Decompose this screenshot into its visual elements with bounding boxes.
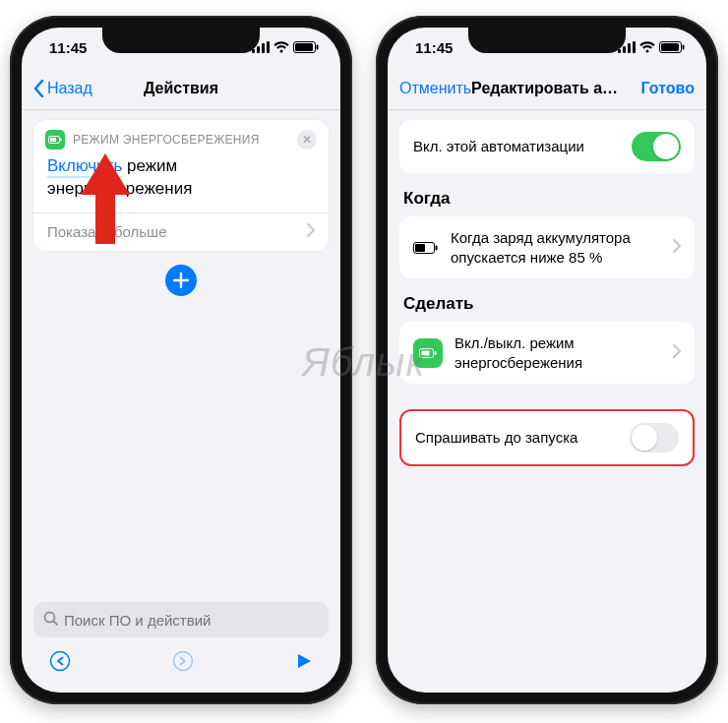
when-text: Когда заряд аккумулятора опускается ниже… xyxy=(451,228,657,267)
low-power-mode-icon xyxy=(413,338,443,368)
status-time: 11:45 xyxy=(49,39,87,56)
svg-point-11 xyxy=(51,652,70,671)
phone-left: 11:45 Назад xyxy=(10,16,352,704)
enable-automation-toggle[interactable] xyxy=(632,132,681,161)
svg-rect-23 xyxy=(436,245,438,250)
nav-bar: Назад Действия xyxy=(22,67,340,110)
svg-rect-20 xyxy=(683,45,685,50)
done-label: Готово xyxy=(641,80,695,97)
bottom-toolbar xyxy=(33,643,329,683)
svg-rect-5 xyxy=(295,43,313,51)
search-input[interactable] xyxy=(64,612,319,629)
svg-rect-6 xyxy=(317,45,319,50)
chevron-left-icon xyxy=(33,80,45,97)
enable-automation-row: Вкл. этой автоматизации xyxy=(399,120,695,173)
run-button[interactable] xyxy=(295,652,313,674)
undo-button[interactable] xyxy=(49,650,71,676)
do-header: Сделать xyxy=(403,294,691,314)
svg-rect-2 xyxy=(262,43,265,53)
enable-automation-label: Вкл. этой автоматизации xyxy=(413,137,620,156)
cancel-label: Отменить xyxy=(399,80,471,97)
search-icon xyxy=(43,611,58,630)
battery-icon xyxy=(659,41,685,53)
svg-rect-16 xyxy=(628,43,631,53)
phone-right: 11:45 Отменить xyxy=(376,16,718,704)
back-label: Назад xyxy=(47,80,92,97)
action-card[interactable]: РЕЖИМ ЭНЕРГОСБЕРЕЖЕНИЯ ✕ Включить режим … xyxy=(33,120,329,251)
nav-bar: Отменить Редактировать автомати... Готов… xyxy=(388,67,706,110)
svg-rect-8 xyxy=(60,139,62,142)
when-header: Когда xyxy=(403,189,691,209)
search-bar[interactable] xyxy=(33,602,329,637)
ask-before-running-toggle[interactable] xyxy=(630,423,679,452)
ask-before-running-label: Спрашивать до запуска xyxy=(415,428,618,448)
status-time: 11:45 xyxy=(415,39,453,56)
svg-rect-15 xyxy=(623,46,626,53)
back-button[interactable]: Назад xyxy=(33,80,92,97)
svg-rect-1 xyxy=(257,46,260,53)
svg-rect-22 xyxy=(415,244,425,252)
remove-action-button[interactable]: ✕ xyxy=(297,130,317,150)
wifi-icon xyxy=(273,41,289,53)
chevron-right-icon xyxy=(673,344,681,362)
when-row[interactable]: Когда заряд аккумулятора опускается ниже… xyxy=(399,216,695,278)
redo-button[interactable] xyxy=(172,650,194,676)
chevron-right-icon xyxy=(673,239,681,257)
notch xyxy=(468,28,626,53)
svg-rect-3 xyxy=(267,41,270,53)
add-action-button[interactable] xyxy=(165,265,197,296)
nav-title: Редактировать автомати... xyxy=(471,80,626,97)
svg-rect-17 xyxy=(633,41,636,53)
ask-before-running-row: Спрашивать до запуска xyxy=(399,409,695,466)
cancel-button[interactable]: Отменить xyxy=(399,80,471,97)
notch xyxy=(102,28,260,53)
wifi-icon xyxy=(639,41,655,53)
svg-rect-25 xyxy=(435,351,437,355)
show-more-button[interactable]: Показать больше xyxy=(33,212,329,251)
chevron-right-icon xyxy=(307,223,315,241)
plus-icon xyxy=(173,272,189,288)
svg-point-12 xyxy=(174,652,193,671)
action-header-label: РЕЖИМ ЭНЕРГОСБЕРЕЖЕНИЯ xyxy=(73,133,260,147)
action-parameter[interactable]: Включить xyxy=(47,156,122,178)
close-icon: ✕ xyxy=(302,133,312,147)
battery-icon xyxy=(293,41,319,53)
svg-rect-19 xyxy=(661,43,679,51)
nav-title: Действия xyxy=(102,80,260,97)
svg-rect-9 xyxy=(50,138,56,142)
show-more-label: Показать больше xyxy=(47,223,166,240)
action-body: Включить режим энергосбережения xyxy=(33,153,329,212)
battery-level-icon xyxy=(413,241,439,255)
low-power-mode-icon xyxy=(45,130,65,150)
do-text: Вкл./выкл. режим энергосбережения xyxy=(455,333,657,372)
svg-rect-26 xyxy=(422,350,430,355)
done-button[interactable]: Готово xyxy=(641,80,695,97)
do-row[interactable]: Вкл./выкл. режим энергосбережения xyxy=(399,322,695,384)
